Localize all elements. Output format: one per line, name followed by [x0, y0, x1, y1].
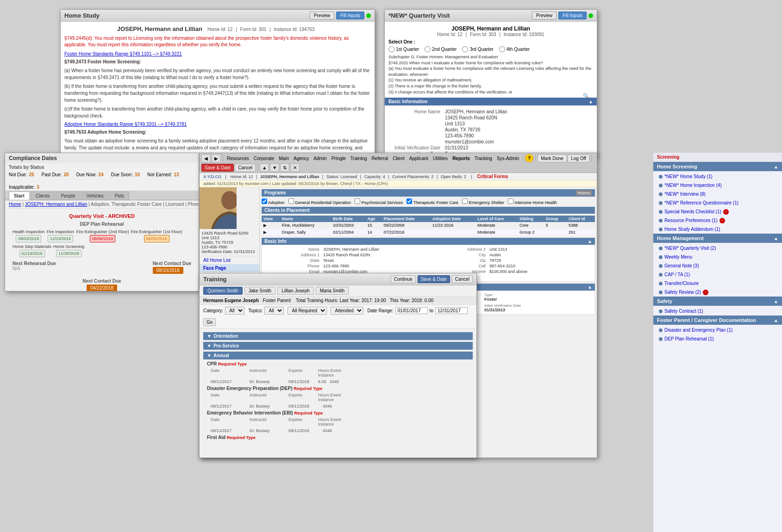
annual-header[interactable]: ▼ Annual	[203, 352, 473, 359]
q2-radio-label[interactable]: 2nd Quarter	[425, 46, 457, 52]
mark-done-btn[interactable]: Mark Done	[538, 155, 567, 162]
go-filter-btn[interactable]: Go	[203, 318, 216, 326]
menu-pringle[interactable]: Pringle	[330, 155, 348, 162]
date-to-input[interactable]	[435, 307, 468, 314]
menu-utilities[interactable]: Utilities	[431, 155, 450, 162]
attended-select[interactable]: Attended	[331, 307, 363, 315]
arrow-down-icon[interactable]: ▼	[270, 163, 279, 172]
menu-resources[interactable]: Resources	[225, 155, 251, 162]
home-screening-arrow[interactable]: ▲	[774, 164, 778, 169]
q1-radio-label[interactable]: 1st Quarter	[388, 46, 419, 52]
home-study-preview-btn[interactable]: Preview	[310, 12, 335, 19]
nav-all-home-list[interactable]: All Home List	[200, 256, 259, 264]
provider-btn-2[interactable]: Jake Smith	[244, 287, 275, 295]
status-expand[interactable]: ▲	[588, 285, 592, 290]
cf-item-general-note[interactable]: General Note (3)	[653, 261, 782, 270]
menu-reports[interactable]: Reports	[450, 155, 472, 162]
q4-radio[interactable]	[499, 46, 505, 52]
intensive-checkbox-label[interactable]: Intensive Home Health	[508, 198, 557, 205]
history-btn[interactable]: History	[576, 190, 592, 196]
orientation-header[interactable]: ▼ Orientation	[203, 332, 473, 340]
tab-clients[interactable]: Clients	[31, 192, 55, 200]
menu-tracking[interactable]: Tracking	[473, 155, 494, 162]
basic-info-arrow[interactable]: ▲	[588, 99, 593, 104]
menu-sysadmin[interactable]: Sys-Admin	[495, 155, 521, 162]
x-icon[interactable]: ✕	[290, 163, 300, 172]
cf-item-special-needs[interactable]: Special Needs Checklist (1) !	[653, 207, 782, 216]
preservice-header[interactable]: ▼ Pre-Service	[203, 342, 473, 350]
menu-corporate[interactable]: Corporate	[252, 155, 276, 162]
log-off-btn[interactable]: Log Off	[568, 155, 589, 162]
safety-arrow[interactable]: ▲	[774, 299, 778, 304]
continue-btn[interactable]: Continue	[391, 275, 416, 283]
arrow-up-icon[interactable]: ▲	[260, 163, 269, 172]
adoptive-standards-link[interactable]: Adoptive Home Standards Range §749.3201 …	[64, 122, 187, 127]
requirement-select[interactable]: All Required	[288, 307, 327, 315]
cf-item-resource-prefs[interactable]: Resource Preferences (1) !	[653, 216, 782, 225]
menu-agency[interactable]: Agency	[292, 155, 311, 162]
tab-people[interactable]: People	[56, 192, 80, 200]
cf-item-safety-contract[interactable]: Safety Contract (1)	[653, 307, 782, 315]
save-date-training-btn[interactable]: Save & Date	[418, 275, 450, 283]
adoption-program-checkbox[interactable]	[262, 198, 267, 204]
cf-item-transfer-closure[interactable]: Transfer/Closure	[653, 279, 782, 288]
nav-face-page[interactable]: Face Page	[200, 264, 259, 272]
tab-pets[interactable]: Pets	[110, 192, 129, 200]
emergency-checkbox-label[interactable]: Emergency Shelter	[462, 198, 504, 205]
foster-parent-arrow[interactable]: ▲	[774, 318, 778, 323]
emergency-checkbox[interactable]	[462, 198, 468, 204]
q4-radio-label[interactable]: 4th Quarter	[499, 46, 530, 52]
basic-info-expand[interactable]: ▲	[588, 239, 592, 244]
foster-standards-link[interactable]: Foster Home Standards Range §749.1101 --…	[64, 51, 182, 56]
q1-radio[interactable]	[388, 46, 394, 52]
date-from-input[interactable]	[395, 307, 428, 314]
cf-item-interview[interactable]: *NEW* Interview (8)	[653, 190, 782, 198]
cf-item-home-inspection[interactable]: *NEW* Home Inspection (4)	[653, 181, 782, 190]
intensive-checkbox[interactable]	[508, 198, 513, 204]
q3-radio-label[interactable]: 3rd Quarter	[462, 46, 493, 52]
topics-select[interactable]: All	[264, 307, 284, 315]
cf-item-cap-ta[interactable]: CAP / TA (1)	[653, 270, 782, 279]
save-date-btn[interactable]: Save & Date	[201, 164, 234, 172]
name-link[interactable]: JOSEPH, Hermann and Lillian	[25, 202, 88, 207]
sort-icon[interactable]: ⇅	[280, 163, 289, 172]
adoption-checkbox-label[interactable]: Adoption	[262, 198, 285, 205]
menu-training[interactable]: Training	[349, 155, 369, 162]
menu-client[interactable]: Client	[391, 155, 407, 162]
q2-radio[interactable]	[425, 46, 431, 52]
help-button[interactable]: ?	[525, 154, 533, 162]
q3-radio[interactable]	[462, 46, 468, 52]
cf-item-home-study[interactable]: *NEW* Home Study (1)	[653, 172, 782, 181]
home-mgmt-arrow[interactable]: ▲	[774, 236, 778, 241]
menu-main[interactable]: Main	[277, 155, 291, 162]
cf-item-dep-rehearsal[interactable]: DEP Plan Rehearsal (1)	[653, 334, 782, 343]
quarterly-fill-btn[interactable]: Fill Inputs	[558, 12, 587, 19]
provider-btn-4[interactable]: Maria Smith	[316, 287, 349, 295]
therapeutic-checkbox[interactable]	[407, 198, 412, 204]
cf-item-quarterly-visit[interactable]: *NEW* Quarterly Visit (2)	[653, 244, 782, 253]
tab-vehicles[interactable]: Vehicles	[81, 192, 109, 200]
category-select[interactable]: All	[225, 307, 244, 315]
cf-item-disaster-plan[interactable]: Disaster and Emergency Plan (1)	[653, 326, 782, 334]
cancel-btn[interactable]: Cancel	[235, 164, 256, 172]
psych-checkbox-label[interactable]: Psychosocial Services	[355, 198, 403, 205]
general-res-checkbox[interactable]	[288, 198, 294, 204]
home-link[interactable]: Home	[9, 202, 21, 207]
magnify-icon[interactable]: 🔍	[583, 93, 589, 99]
therapeutic-checkbox-label[interactable]: Therapeutic Foster Care	[407, 198, 458, 205]
cf-item-safety-review[interactable]: Safety Review (2) !	[653, 288, 782, 297]
home-study-fill-btn[interactable]: Fill Inputs	[336, 12, 364, 19]
quarterly-preview-btn[interactable]: Preview	[532, 12, 557, 19]
menu-applicant[interactable]: Applicant	[407, 155, 430, 162]
back-icon[interactable]: ◀	[201, 154, 211, 162]
general-res-checkbox-label[interactable]: General Residential Operation	[288, 198, 351, 205]
cf-item-home-study-addendum[interactable]: Home Study Addendum (1)	[653, 225, 782, 234]
cf-item-reference-questionnaire[interactable]: *NEW* Reference Questionnaire (1)	[653, 198, 782, 207]
provider-btn-1[interactable]: Quintero Smith	[203, 287, 243, 295]
critical-forms-link[interactable]: Critical Forms	[477, 174, 508, 179]
menu-referral[interactable]: Referral	[370, 155, 390, 162]
cancel-training-btn[interactable]: Cancel	[452, 275, 473, 283]
menu-admin[interactable]: Admin	[312, 155, 328, 162]
tab-start[interactable]: Start	[9, 192, 30, 200]
forward-icon[interactable]: ▶	[212, 154, 221, 162]
